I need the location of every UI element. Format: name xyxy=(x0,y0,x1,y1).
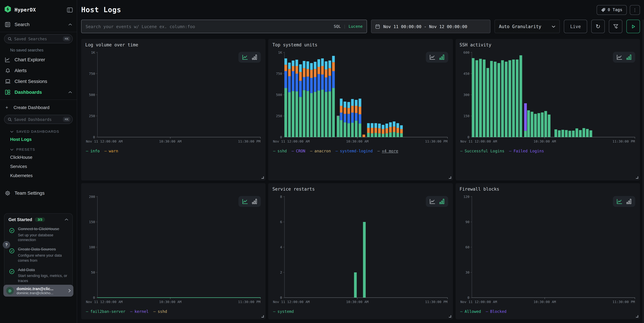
panel-ssh-activity: SSH activity 6004503001500Nov 11 12:00:0… xyxy=(456,39,640,180)
saved-dashboards-section[interactable]: SAVED DASHBOARDS xyxy=(0,126,77,135)
resize-handle[interactable] xyxy=(449,315,451,317)
svg-text:11:30:00 PM: 11:30:00 PM xyxy=(238,300,260,304)
line-chart-icon[interactable] xyxy=(616,55,622,60)
legend-item[interactable]: —warn xyxy=(104,149,118,153)
sidebar-item-kubernetes[interactable]: Kubernetes xyxy=(0,171,77,180)
line-chart-icon[interactable] xyxy=(242,55,248,60)
line-chart-icon[interactable] xyxy=(242,199,248,204)
bar-chart-icon[interactable] xyxy=(439,199,444,204)
chart-plot: 6004503001500Nov 11 12:00:00 AM10:30:00 … xyxy=(460,50,636,146)
sidebar-item-label: Client Sessions xyxy=(14,79,47,84)
saved-dashboards-input[interactable]: Saved Dashboards ⌘K xyxy=(4,115,73,124)
create-dashboard-label: Create Dashboard xyxy=(14,105,50,110)
chart-legend: —sshd—CRON—anacron—systemd-logind—+4 mor… xyxy=(272,149,449,153)
tag-icon xyxy=(601,8,605,12)
svg-text:Nov 11 12:00:00 AM: Nov 11 12:00:00 AM xyxy=(86,300,122,304)
resize-handle[interactable] xyxy=(636,315,638,317)
create-dashboard-button[interactable]: + Create Dashboard xyxy=(0,102,77,113)
svg-text:10:30:00 AM: 10:30:00 AM xyxy=(346,139,368,143)
sidebar-item-label: Search xyxy=(14,22,30,27)
bar-chart-icon[interactable] xyxy=(626,199,632,204)
panel-title xyxy=(85,187,262,193)
granularity-select[interactable]: Auto Granularity xyxy=(494,20,560,33)
presets-section[interactable]: PRESETS xyxy=(0,144,77,153)
line-chart-icon[interactable] xyxy=(430,55,435,60)
legend-item[interactable]: —Allowed xyxy=(460,309,481,314)
line-chart-icon[interactable] xyxy=(430,199,435,204)
chevron-up-icon[interactable] xyxy=(68,23,72,26)
refresh-button[interactable]: ↻ xyxy=(591,20,605,33)
legend-item[interactable]: —Successful Logins xyxy=(460,149,504,153)
chart-type-toggle xyxy=(426,196,448,207)
laptop-icon xyxy=(5,79,10,84)
sidebar-item-services[interactable]: Services xyxy=(0,162,77,171)
legend-item[interactable]: —+4 more xyxy=(378,149,398,153)
sidebar-item-search[interactable]: Search xyxy=(0,19,77,30)
legend-item[interactable]: —sshd xyxy=(273,149,287,153)
check-circle-icon xyxy=(9,269,14,283)
get-started-step[interactable]: Create Data Sources Configure where your… xyxy=(8,247,68,263)
search-input[interactable]: Search your events w/ Lucene ex. column:… xyxy=(81,20,367,33)
resize-handle[interactable] xyxy=(262,176,264,179)
line-chart-icon[interactable] xyxy=(616,199,622,204)
date-range-picker[interactable]: Nov 11 00:00:00 - Nov 12 00:00:00 xyxy=(371,20,490,33)
sidebar-item-team-settings[interactable]: Team Settings xyxy=(0,188,77,198)
legend-item[interactable]: —Blocked xyxy=(486,309,506,314)
svg-text:11:30:00 PM: 11:30:00 PM xyxy=(612,139,635,143)
legend-item[interactable]: —Failed Logins xyxy=(509,149,544,153)
svg-text:50: 50 xyxy=(91,270,95,274)
sidebar-item-host-logs[interactable]: Host Logs xyxy=(0,135,77,144)
step-title: Create Data Sources xyxy=(18,247,68,252)
search-panel-icon xyxy=(5,22,10,27)
chart-type-toggle xyxy=(426,52,448,63)
svg-text:10:30:00 AM: 10:30:00 AM xyxy=(534,300,556,304)
sidebar-item-dashboards[interactable]: Dashboards xyxy=(0,87,77,98)
chart-type-toggle xyxy=(238,196,261,207)
bar-chart-icon[interactable] xyxy=(439,55,444,60)
bar-chart-icon[interactable] xyxy=(252,199,257,204)
chart-legend: —info—warn xyxy=(85,149,262,153)
legend-item[interactable]: —fail2ban-server xyxy=(86,309,126,314)
svg-text:250: 250 xyxy=(89,114,95,118)
run-query-button[interactable] xyxy=(626,20,640,33)
filter-edit-icon xyxy=(613,24,618,29)
filter-button[interactable] xyxy=(609,20,622,33)
sidebar-item-alerts[interactable]: Alerts xyxy=(0,65,77,76)
bar-chart-icon[interactable] xyxy=(626,55,632,60)
legend-item[interactable]: —systemd xyxy=(273,309,294,314)
svg-text:0: 0 xyxy=(93,135,95,139)
kebab-menu-button[interactable]: ⋮ xyxy=(630,5,640,15)
saved-searches-input[interactable]: Saved Searches ⌘K xyxy=(4,34,73,43)
collapse-sidebar-icon[interactable] xyxy=(67,7,73,12)
legend-item[interactable]: —CRON xyxy=(292,149,305,153)
sidebar-item-client-sessions[interactable]: Client Sessions xyxy=(0,76,77,87)
chevron-up-icon[interactable] xyxy=(64,218,68,221)
resize-handle[interactable] xyxy=(262,315,264,317)
resize-handle[interactable] xyxy=(449,176,451,179)
chevron-up-icon[interactable] xyxy=(68,91,72,93)
resize-handle[interactable] xyxy=(636,176,638,179)
shortcut-badge: ⌘K xyxy=(63,117,70,122)
live-button[interactable]: Live xyxy=(564,20,587,33)
bar-chart-icon[interactable] xyxy=(252,55,257,60)
svg-text:750: 750 xyxy=(276,72,282,76)
sidebar-item-chart-explorer[interactable]: Chart Explorer xyxy=(0,54,77,65)
sql-mode-toggle[interactable]: SQL xyxy=(334,24,341,29)
sidebar-item-clickhouse[interactable]: ClickHouse xyxy=(0,153,77,162)
lucene-mode-toggle[interactable]: Lucene xyxy=(348,24,362,29)
legend-item[interactable]: —kernel xyxy=(130,309,149,314)
help-button[interactable]: ? xyxy=(3,241,10,248)
tags-button[interactable]: 0 Tags xyxy=(596,5,627,15)
legend-item[interactable]: —info xyxy=(86,149,100,153)
chart-legend: —Successful Logins—Failed Logins xyxy=(460,149,636,153)
scrollbar[interactable] xyxy=(642,20,644,323)
step-desc: Set up your database connection xyxy=(18,232,68,242)
user-menu[interactable]: D dominic.tran@clic... dominic.tran@clic… xyxy=(4,285,74,296)
play-icon xyxy=(631,24,636,29)
legend-item[interactable]: —anacron xyxy=(310,149,331,153)
get-started-step[interactable]: Connect to ClickHouse Set up your databa… xyxy=(8,226,68,243)
legend-item[interactable]: —systemd-logind xyxy=(336,149,373,153)
panel-title: Top systemd units xyxy=(272,42,449,49)
legend-item[interactable]: —sshd xyxy=(154,309,167,314)
get-started-step[interactable]: Add Data Start sending logs, metrics, or… xyxy=(8,267,68,283)
